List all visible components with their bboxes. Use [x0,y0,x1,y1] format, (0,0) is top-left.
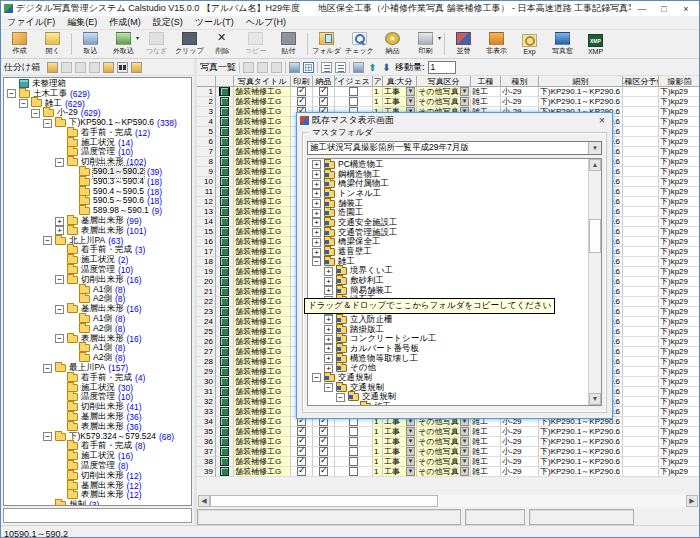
toolbar-button-フォルダ[interactable]: フォルダ [310,30,343,58]
export-box-icon[interactable] [103,62,114,73]
photo-title-cell[interactable]: 舗装補修工G [234,417,291,427]
move-up-icon[interactable]: ⬆ [367,62,378,73]
toolbar-button-開く[interactable]: 開く [36,30,69,58]
deliver-checkbox[interactable] [319,447,328,456]
photo-thumbnail-icon[interactable] [220,437,229,446]
photo-title-cell[interactable]: 舗装補修工G [234,307,291,317]
print-checkbox-cell[interactable] [291,97,313,107]
photo-thumbnail-icon[interactable] [220,87,229,96]
column-header-1[interactable] [216,76,234,87]
menu-item-1[interactable]: 編集(E) [61,16,103,29]
photo-title-cell[interactable]: 舗装補修工G [234,187,291,197]
master-combo[interactable]: 施工状況写真撮影箇所一覧平成29年7月版 ▼ [307,141,602,155]
photo-thumbnail-icon[interactable] [220,377,229,386]
expander-collapse-icon[interactable]: − [55,158,64,167]
photo-thumbnail-icon[interactable] [220,307,229,316]
master-tree-item-交通規制[interactable]: −交通規制 [308,393,601,403]
photo-category-cell[interactable]: その他写真▼ [417,97,471,107]
vscrollbar-thumb[interactable] [589,219,601,253]
expander-expand-icon[interactable]: + [312,218,321,227]
deliver-checkbox[interactable] [319,457,328,466]
column-header-納品[interactable]: 納品 [313,76,335,87]
expander-collapse-icon[interactable]: − [324,383,333,392]
expander-collapse-icon[interactable]: − [31,109,40,118]
deliver-checkbox-cell[interactable] [313,467,335,477]
photo-category-cell[interactable]: その他写真▼ [417,457,471,467]
photo-thumbnail-icon[interactable] [220,337,229,346]
digest-checkbox-cell[interactable] [335,467,373,477]
thumbnail-cell[interactable] [216,97,234,107]
table-row[interactable]: 37舗装補修工G1工事▼その他写真▼雑工小-29下)KP290.1～KP290.… [197,447,699,457]
expander-expand-icon[interactable]: + [324,344,333,353]
photo-title-cell[interactable]: 舗装補修工G [234,247,291,257]
menu-item-2[interactable]: 作成(M) [103,16,147,29]
screen-view-icon[interactable] [353,62,364,73]
photo-title-cell[interactable]: 舗装補修工G [234,177,291,187]
thumbnail-cell[interactable] [216,117,234,127]
major-category-cell[interactable]: 工事▼ [383,87,417,97]
deliver-checkbox-cell[interactable] [313,427,335,437]
thumbnail-cell[interactable] [216,327,234,337]
photo-thumbnail-icon[interactable] [220,277,229,286]
print-checkbox[interactable] [297,87,306,96]
column-header-細別[interactable]: 細別 [539,76,623,87]
photo-title-cell[interactable]: 舗装補修工G [234,257,291,267]
photo-title-cell[interactable]: 舗装補修工G [234,277,291,287]
menu-item-3[interactable]: 設定(S) [147,16,189,29]
scroll-left-icon[interactable]: ◀ [198,495,210,507]
horizontal-scrollbar[interactable]: ◀ ▶ [198,495,698,507]
grid-view-icon[interactable] [303,62,314,73]
column-header-写真区分[interactable]: 写真区分 [417,76,471,87]
dropdown-icon[interactable]: ▼ [460,467,469,476]
photo-title-cell[interactable]: 舗装補修工G [234,217,291,227]
toolbar-button-クリップ[interactable]: クリップ [173,30,206,58]
tree-item-規制[interactable]: 規制(3) [4,500,191,506]
major-category-cell[interactable]: 工事▼ [383,447,417,457]
thumbnail-cell[interactable] [216,297,234,307]
photo-title-cell[interactable]: 舗装補修工G [234,167,291,177]
expander-expand-icon[interactable]: + [312,248,321,257]
table-row[interactable]: 39舗装補修工G1工事▼その他写真▼雑工小-29下)KP290.1～KP290.… [197,467,699,477]
scroll-up-icon[interactable]: ▲ [589,159,601,171]
photo-thumbnail-icon[interactable] [220,327,229,336]
toolbar-button-貼付[interactable]: 貼付 [272,30,305,58]
toolbar-button-XMP[interactable]: XMP [579,30,612,58]
photo-title-cell[interactable]: 舗装補修工G [234,447,291,457]
thumbnail-cell[interactable] [216,167,234,177]
print-checkbox-cell[interactable] [291,427,313,437]
vertical-scrollbar[interactable]: ▲ ▼ [588,159,601,405]
print-checkbox-cell[interactable] [291,467,313,477]
toolbar-button-並替[interactable]: 並替 [447,30,480,58]
digest-checkbox[interactable] [349,457,358,466]
thumbnail-cell[interactable] [216,407,234,417]
tree-item-雑工[interactable]: −雑工(629) [4,99,191,109]
expander-expand-icon[interactable]: + [312,160,321,169]
print-checkbox[interactable] [297,97,306,106]
master-tree-item-施工[interactable]: 施工 [308,402,601,406]
thumbnail-cell[interactable] [216,467,234,477]
photo-thumbnail-icon[interactable] [220,387,229,396]
photo-title-cell[interactable]: 舗装補修工G [234,357,291,367]
move-down-icon[interactable]: ⬇ [381,62,392,73]
card-view-icon[interactable] [335,62,346,73]
photo-category-cell[interactable]: その他写真▼ [417,427,471,437]
photo-thumbnail-icon[interactable] [220,447,229,456]
photo-title-cell[interactable]: 舗装補修工G [234,467,291,477]
column-header-ア[interactable]: ア [373,76,383,87]
digest-checkbox[interactable] [349,447,358,456]
column-header-印刷[interactable]: 印刷 [291,76,313,87]
find-box-icon[interactable] [131,62,142,73]
expander-expand-icon[interactable]: + [324,267,333,276]
photo-title-cell[interactable]: 舗装補修工G [234,267,291,277]
photo-thumbnail-icon[interactable] [220,297,229,306]
photo-title-cell[interactable]: 舗装補修工G [234,117,291,127]
photo-title-cell[interactable]: 舗装補修工G [234,377,291,387]
major-category-cell[interactable]: 工事▼ [383,457,417,467]
thumbnail-cell[interactable] [216,247,234,257]
combo-dropdown-icon[interactable]: ▼ [588,142,601,154]
toolbar-button-写真窓[interactable]: 写真窓 [546,30,579,58]
deliver-checkbox-cell[interactable] [313,447,335,457]
column-header-工種[interactable]: 工種 [471,76,501,87]
thumbnail-cell[interactable] [216,137,234,147]
expander-collapse-icon[interactable]: − [43,432,52,441]
